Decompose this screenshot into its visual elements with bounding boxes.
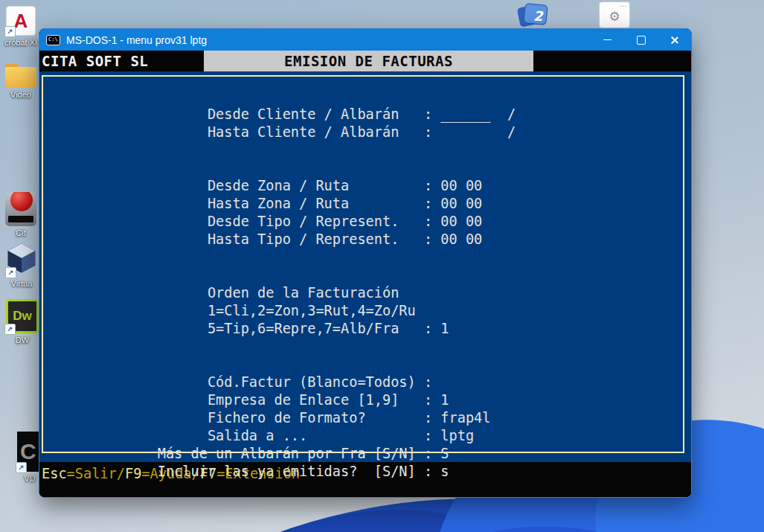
shortcut-arrow-icon: ↗ — [4, 26, 16, 37]
desktop: A ↗ crobat XI Video Cit ↗ Vir — [0, 0, 764, 532]
screen-line: Desde Zona / Ruta : 00 00 — [41, 177, 516, 195]
desktop-icon-dreamweaver[interactable]: Dw ↗ DW — [4, 299, 40, 344]
desktop-icon-virtualbox[interactable]: ↗ Virtua — [3, 243, 40, 288]
screen-line — [41, 338, 516, 356]
msdos-window: C:\ MS-DOS-1 - menu prov31 lptg CITA SOF… — [39, 28, 692, 498]
app-window-gear-icon: ⋯ ⚙ — [599, 1, 630, 28]
screen-line: Hasta Cliente / Albarán : / — [41, 124, 516, 141]
help-cards-icon: 2 — [514, 0, 556, 30]
maximize-button[interactable] — [624, 29, 658, 51]
screen-line: Orden de la Facturación — [41, 284, 516, 302]
icon-label: Virtua — [11, 279, 33, 288]
screen-line: Hasta Tipo / Represent. : 00 00 — [41, 231, 516, 249]
screen-line — [41, 159, 516, 177]
screen-line: Empresa de Enlace [1,9] : 1 — [41, 391, 516, 409]
desktop-icon-help-cards[interactable]: 2 — [513, 0, 556, 30]
window-controls — [591, 29, 691, 51]
shortcut-arrow-icon: ↗ — [16, 462, 27, 473]
icon-label: Video — [10, 90, 31, 99]
screen-line — [41, 141, 516, 159]
gear-icon: ⚙ — [609, 9, 620, 25]
screen-line: Desde Tipo / Represent. : 00 00 — [41, 213, 516, 231]
minimize-icon — [603, 39, 611, 40]
shortcut-arrow-icon: ↗ — [4, 324, 16, 335]
screen-line — [41, 266, 516, 284]
desktop-icon-acrobat[interactable]: A ↗ crobat XI — [1, 6, 40, 47]
screen-line: Fichero de Formato? : frap4l — [41, 409, 516, 427]
red-ball-icon — [5, 192, 36, 226]
maximize-icon — [637, 36, 646, 45]
close-icon — [670, 36, 679, 45]
invoice-form-area: Desde Cliente / Albarán : ______ / Hasta… — [39, 71, 691, 462]
screen-line — [41, 356, 516, 374]
msdos-icon: C:\ — [46, 35, 60, 45]
screen-line: Salida a ... : lptg — [41, 427, 516, 445]
shortcut-arrow-icon: ↗ — [5, 267, 16, 278]
window-title: MS-DOS-1 - menu prov31 lptg — [66, 34, 207, 46]
screen-line: Cód.Factur (Blanco=Todos) : — [41, 374, 516, 391]
desktop-icon-app-window[interactable]: ⋯ ⚙ — [598, 1, 631, 28]
icon-label: DW — [16, 336, 29, 344]
icon-label: VD — [24, 474, 35, 483]
svg-text:2: 2 — [533, 8, 544, 24]
folder-icon — [5, 64, 36, 88]
page-title: EMISION DE FACTURAS — [204, 51, 533, 71]
minimize-button[interactable] — [591, 29, 624, 51]
screen-line: Hasta Zona / Ruta : 00 00 — [41, 195, 516, 213]
close-button[interactable] — [658, 29, 691, 51]
screen-line: Desde Cliente / Albarán : ______ / — [41, 106, 516, 124]
screen-line: 1=Cli,2=Zon,3=Rut,4=Zo/Ru — [41, 302, 516, 320]
screen-line: Más de un Albarán por Fra [S/N] : S — [41, 445, 516, 463]
screen-line: 5=Tip,6=Repre,7=Alb/Fra : 1 — [41, 320, 516, 338]
window-dots-icon: ⋯ — [620, 2, 627, 10]
screen-line — [41, 249, 516, 266]
desktop-icon-video-folder[interactable]: Video — [1, 64, 40, 99]
company-title: CITA SOFT SL — [42, 51, 148, 71]
desktop-icon-citrix[interactable]: Cit — [3, 192, 39, 237]
screen-lines: Desde Cliente / Albarán : ______ / Hasta… — [41, 106, 516, 481]
icon-label: crobat XI — [4, 38, 37, 47]
screen-header: CITA SOFT SL EMISION DE FACTURAS — [39, 51, 691, 71]
screen-line: Incluir las ya emitidas? [S/N] : s — [41, 463, 516, 481]
dos-screen[interactable]: CITA SOFT SL EMISION DE FACTURAS Desde C… — [39, 51, 691, 497]
icon-label: Cit — [16, 228, 25, 237]
title-bar[interactable]: C:\ MS-DOS-1 - menu prov31 lptg — [39, 29, 691, 51]
